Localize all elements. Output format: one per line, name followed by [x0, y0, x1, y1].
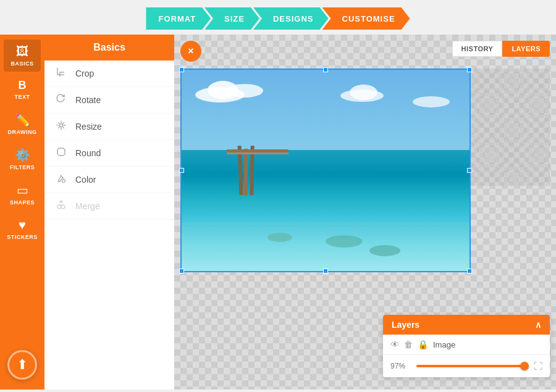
- sidebar-item-stickers-label: STICKERS: [7, 234, 38, 240]
- tool-resize-label: Resize: [75, 122, 102, 131]
- shapes-icon: ▭: [17, 183, 28, 198]
- canvas-image-wrapper[interactable]: [180, 69, 471, 272]
- layers-chevron-icon[interactable]: ∧: [535, 320, 541, 330]
- tools-panel: Basics Crop Rotate: [44, 35, 174, 390]
- sidebar-item-filters-label: FILTERS: [10, 164, 35, 170]
- layers-toggle-label: LAYERS: [512, 45, 541, 52]
- sidebar-item-drawing[interactable]: ✏️ DRAWING: [4, 107, 41, 140]
- layer-row-image: 👁 🗑 🔒 Image: [383, 335, 550, 355]
- tool-round[interactable]: Round: [44, 140, 174, 167]
- nav-step-designs-label: DESIGNS: [273, 14, 314, 23]
- layers-panel-title: Layers: [392, 320, 419, 330]
- sidebar-item-shapes[interactable]: ▭ SHAPES: [4, 178, 41, 211]
- sidebar-item-filters[interactable]: ⚙️ FILTERS: [4, 143, 41, 175]
- rotate-icon: [54, 93, 68, 107]
- tool-color-label: Color: [75, 175, 96, 185]
- nav-step-size[interactable]: SIZE: [204, 7, 259, 30]
- layer-visibility-icon[interactable]: 👁: [390, 340, 399, 349]
- sidebar-item-text[interactable]: B TEXT: [4, 74, 41, 105]
- main-container: 🖼 BASICS B TEXT ✏️ DRAWING ⚙️ FILTERS ▭ …: [0, 35, 556, 390]
- resize-icon: [54, 120, 68, 133]
- layers-panel: Layers ∧ 👁 🗑 🔒 Image 97% ⛶: [383, 315, 550, 377]
- nav-step-customise[interactable]: CUSTOMISE: [322, 7, 410, 30]
- merge-icon: [54, 199, 68, 213]
- sidebar-item-stickers[interactable]: ♥ STICKERS: [4, 213, 41, 245]
- layer-delete-icon[interactable]: 🗑: [404, 340, 413, 349]
- opacity-slider[interactable]: [416, 365, 528, 367]
- svg-rect-1: [57, 148, 65, 156]
- tool-rotate[interactable]: Rotate: [44, 87, 174, 114]
- stickers-icon: ♥: [19, 218, 26, 232]
- svg-point-4: [61, 205, 65, 209]
- left-sidebar: 🖼 BASICS B TEXT ✏️ DRAWING ⚙️ FILTERS ▭ …: [0, 35, 44, 390]
- history-toggle-label: HISTORY: [461, 45, 494, 52]
- layer-lock-icon[interactable]: 🔒: [418, 340, 428, 349]
- svg-point-2: [62, 180, 65, 183]
- canvas-image: [180, 69, 471, 272]
- nav-step-designs[interactable]: DESIGNS: [253, 7, 329, 30]
- tool-merge-label: Merge: [75, 201, 100, 211]
- basics-icon: 🖼: [16, 44, 28, 59]
- history-layers-toggle: HISTORY LAYERS: [452, 41, 550, 57]
- close-button[interactable]: ×: [180, 41, 201, 62]
- svg-point-0: [60, 124, 63, 127]
- nav-step-customise-label: CUSTOMISE: [342, 14, 395, 23]
- sidebar-item-drawing-label: DRAWING: [8, 129, 37, 135]
- sidebar-item-shapes-label: SHAPES: [10, 199, 35, 206]
- tool-crop-label: Crop: [75, 69, 94, 78]
- nav-step-size-label: SIZE: [224, 14, 245, 23]
- filters-icon: ⚙️: [15, 148, 30, 162]
- sidebar-item-text-label: TEXT: [14, 94, 30, 100]
- tool-merge[interactable]: Merge: [44, 193, 174, 220]
- color-icon: [54, 173, 68, 186]
- transparent-area: [470, 69, 550, 186]
- crop-icon: [54, 67, 68, 80]
- tool-rotate-label: Rotate: [75, 95, 101, 105]
- upload-button[interactable]: ⬆: [7, 350, 37, 380]
- tool-round-label: Round: [75, 148, 101, 158]
- canvas-area: × HISTORY LAYERS: [174, 35, 556, 390]
- fullscreen-icon[interactable]: ⛶: [534, 361, 542, 371]
- round-icon: [54, 146, 68, 160]
- sidebar-item-basics-label: BASICS: [11, 60, 33, 67]
- tools-panel-title: Basics: [93, 42, 125, 52]
- history-toggle-button[interactable]: HISTORY: [452, 41, 503, 57]
- opacity-value: 97%: [390, 362, 410, 370]
- layer-name: Image: [433, 340, 542, 349]
- tool-color[interactable]: Color: [44, 167, 174, 193]
- drawing-icon: ✏️: [15, 112, 30, 127]
- nav-step-format[interactable]: FORMAT: [146, 7, 211, 30]
- layers-toggle-button[interactable]: LAYERS: [502, 41, 550, 57]
- opacity-row: 97% ⛶: [383, 355, 550, 377]
- tool-crop[interactable]: Crop: [44, 60, 174, 87]
- seafloor-layer: [180, 222, 471, 273]
- close-icon: ×: [188, 46, 193, 57]
- top-nav: FORMAT SIZE DESIGNS CUSTOMISE: [0, 0, 556, 35]
- text-icon: B: [19, 79, 27, 92]
- tool-resize[interactable]: Resize: [44, 114, 174, 140]
- nav-step-format-label: FORMAT: [158, 14, 196, 23]
- svg-point-3: [57, 205, 61, 209]
- tools-panel-header: Basics: [44, 35, 174, 60]
- layers-panel-header: Layers ∧: [383, 315, 550, 335]
- opacity-thumb[interactable]: [520, 362, 529, 370]
- sidebar-item-basics[interactable]: 🖼 BASICS: [4, 40, 41, 72]
- upload-icon: ⬆: [17, 357, 28, 373]
